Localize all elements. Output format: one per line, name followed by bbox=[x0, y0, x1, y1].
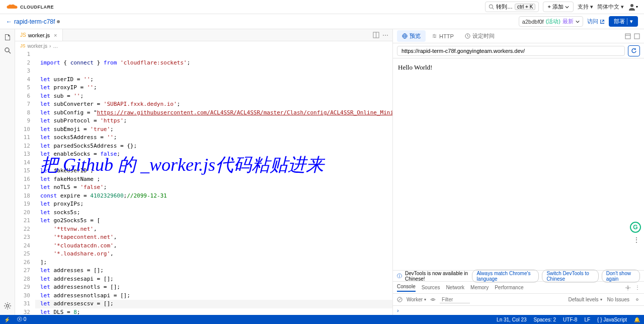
support-link[interactable]: 支持 ▾ bbox=[578, 3, 593, 11]
dt-settings-icon[interactable] bbox=[625, 285, 631, 291]
svg-point-5 bbox=[6, 305, 9, 307]
dt-tab-sources[interactable]: Sources bbox=[422, 285, 440, 290]
brand-logo[interactable]: CLOUDFLARE bbox=[6, 4, 54, 10]
globe-icon bbox=[402, 33, 408, 39]
left-rail bbox=[0, 29, 15, 315]
file-tab-worker[interactable]: JS worker.js × bbox=[15, 29, 63, 41]
files-icon[interactable] bbox=[4, 33, 12, 41]
cloud-icon bbox=[6, 4, 18, 10]
console-chevron-icon: › bbox=[397, 307, 399, 313]
devtools-toolbar: Worker▾ Default levels▾ No Issues bbox=[393, 294, 644, 306]
maximize-icon[interactable] bbox=[634, 33, 640, 39]
dt-tab-console[interactable]: Console bbox=[397, 284, 416, 292]
svg-rect-14 bbox=[634, 34, 639, 39]
grammarly-badge[interactable]: G bbox=[630, 222, 641, 233]
dt-clear-icon[interactable] bbox=[397, 297, 403, 302]
search-box[interactable]: 转到… ctrl + K bbox=[485, 2, 539, 12]
refresh-button[interactable] bbox=[628, 45, 640, 56]
status-dot bbox=[57, 20, 60, 23]
devtools-console-body[interactable]: › bbox=[393, 306, 644, 315]
visit-link[interactable]: 访问 bbox=[587, 18, 605, 25]
svg-point-0 bbox=[489, 5, 493, 8]
search-icon[interactable] bbox=[4, 46, 12, 54]
notice-pill-0[interactable]: Always match Chrome's language bbox=[472, 270, 539, 283]
chevron-down-icon bbox=[565, 5, 569, 9]
dt-scope-select[interactable]: Worker▾ bbox=[407, 297, 426, 302]
close-tab-icon[interactable]: × bbox=[54, 32, 57, 38]
line-gutter: 1234567891011121314151617181920212223242… bbox=[15, 50, 35, 315]
svg-point-18 bbox=[432, 299, 434, 300]
search-label: 转到… bbox=[496, 3, 513, 11]
search-shortcut: ctrl + K bbox=[515, 4, 535, 10]
tab-schedule[interactable]: 设定时间 bbox=[460, 30, 500, 42]
add-button[interactable]: + 添加 bbox=[543, 2, 573, 12]
url-input[interactable] bbox=[397, 46, 625, 56]
clock-icon bbox=[465, 33, 470, 39]
js-file-icon: JS bbox=[20, 32, 26, 38]
more-icon[interactable]: ⋯ bbox=[382, 32, 388, 39]
sub-header: ← rapid-term-c78f a2bdbf0f (活动) 最新 访问 部署… bbox=[0, 14, 644, 29]
deploy-button[interactable]: 部署 ▾ bbox=[609, 16, 638, 27]
js-file-icon: JS bbox=[20, 43, 26, 48]
preview-pane: 预览 HTTP 设定时间 Hello World! ⓘ bbox=[392, 29, 644, 315]
dt-eye-icon[interactable] bbox=[430, 297, 436, 302]
svg-line-1 bbox=[493, 8, 494, 10]
svg-point-19 bbox=[636, 299, 638, 301]
svg-point-15 bbox=[627, 287, 629, 289]
editor-pane: JS worker.js × ⋯ JS worker.js › … 123456… bbox=[15, 29, 392, 315]
dt-gear-icon[interactable] bbox=[634, 297, 640, 302]
notice-pill-2[interactable]: Don't show again bbox=[602, 270, 640, 283]
dt-filter-input[interactable] bbox=[440, 296, 470, 303]
dt-more-icon[interactable]: ⋮ bbox=[635, 285, 640, 290]
file-breadcrumb: JS worker.js › … bbox=[15, 41, 392, 50]
breadcrumb: ← rapid-term-c78f bbox=[6, 18, 60, 25]
version-select[interactable]: a2bdbf0f (活动) 最新 bbox=[519, 16, 583, 27]
svg-line-17 bbox=[398, 298, 401, 301]
project-link[interactable]: rapid-term-c78f bbox=[14, 18, 55, 25]
tab-preview[interactable]: 预览 bbox=[397, 30, 426, 42]
back-link[interactable]: ← bbox=[6, 18, 12, 25]
language-select[interactable]: 简体中文 ▾ bbox=[597, 3, 624, 11]
user-icon bbox=[628, 3, 636, 11]
dt-tab-memory[interactable]: Memory bbox=[470, 285, 489, 290]
info-icon: ⓘ bbox=[397, 273, 402, 280]
preview-body: Hello World! bbox=[393, 58, 644, 270]
code-content[interactable]: import { connect } from 'cloudflare:sock… bbox=[35, 50, 392, 315]
svg-line-4 bbox=[9, 51, 11, 53]
svg-point-3 bbox=[5, 48, 9, 52]
svg-point-2 bbox=[630, 4, 633, 7]
dt-tab-perf[interactable]: Performance bbox=[495, 285, 523, 290]
dt-levels-select[interactable]: Default levels▾ bbox=[569, 297, 602, 302]
devtools: ⓘ DevTools is now available in Chinese! … bbox=[393, 270, 644, 315]
url-bar bbox=[393, 43, 644, 58]
main-content: JS worker.js × ⋯ JS worker.js › … 123456… bbox=[0, 29, 644, 315]
search-icon bbox=[489, 4, 494, 10]
devtools-notice: ⓘ DevTools is now available in Chinese! … bbox=[393, 271, 644, 282]
layout-icon[interactable] bbox=[625, 33, 631, 39]
file-tabs: JS worker.js × ⋯ bbox=[15, 29, 392, 41]
dt-issues: No Issues bbox=[607, 297, 629, 302]
http-icon bbox=[432, 33, 437, 39]
refresh-icon bbox=[631, 48, 637, 54]
chevron-down-icon bbox=[576, 20, 580, 24]
floating-menu-icon[interactable]: ⋮ bbox=[633, 236, 640, 244]
preview-tabs: 预览 HTTP 设定时间 bbox=[393, 29, 644, 43]
settings-icon[interactable] bbox=[4, 302, 12, 310]
dt-tab-network[interactable]: Network bbox=[446, 285, 464, 290]
split-icon[interactable] bbox=[373, 32, 379, 38]
svg-rect-12 bbox=[625, 34, 630, 39]
notice-pill-1[interactable]: Switch DevTools to Chinese bbox=[542, 270, 598, 283]
external-link-icon bbox=[600, 19, 605, 24]
brand-text: CLOUDFLARE bbox=[20, 5, 54, 10]
top-header: CLOUDFLARE 转到… ctrl + K + 添加 支持 ▾ 简体中文 ▾… bbox=[0, 0, 644, 14]
code-editor[interactable]: 1234567891011121314151617181920212223242… bbox=[15, 50, 392, 315]
tab-http[interactable]: HTTP bbox=[427, 31, 459, 41]
user-menu[interactable]: ▾ bbox=[628, 2, 638, 12]
devtools-tabs: Console Sources Network Memory Performan… bbox=[393, 282, 644, 294]
